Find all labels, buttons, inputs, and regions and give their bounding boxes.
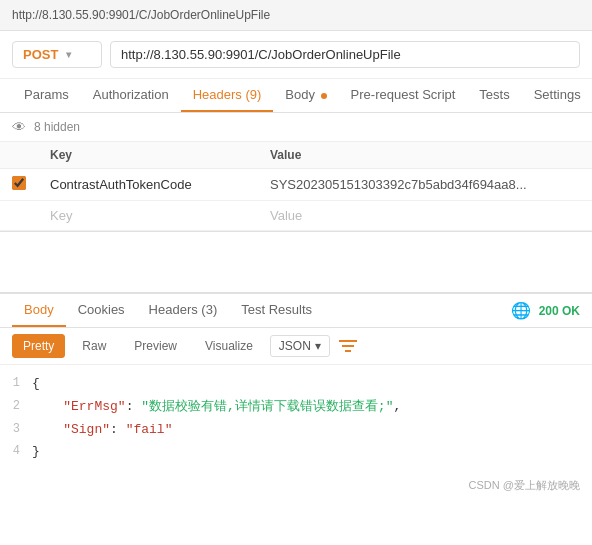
method-label: POST <box>23 47 58 62</box>
line-num-1: 1 <box>0 374 32 393</box>
tab-headers[interactable]: Headers (9) <box>181 79 274 112</box>
tab-prerequest[interactable]: Pre-request Script <box>339 79 468 112</box>
row-value: SYS202305151303392c7b5abd34f694aa8... <box>258 169 566 201</box>
line-content-1: { <box>32 374 592 395</box>
tab-settings[interactable]: Settings <box>522 79 592 112</box>
col-checkbox <box>0 142 38 169</box>
format-visualize-button[interactable]: Visualize <box>194 334 264 358</box>
request-row: POST ▾ <box>0 31 592 79</box>
code-line-2: 2 "ErrMsg": "数据校验有错,详情请下载错误数据查看;", <box>0 396 592 419</box>
json-chevron: ▾ <box>315 339 321 353</box>
tab-params[interactable]: Params <box>12 79 81 112</box>
line-num-4: 4 <box>0 442 32 461</box>
new-row-actions <box>566 201 592 231</box>
col-key: Key <box>38 142 258 169</box>
line-content-3: "Sign": "fail" <box>32 420 592 441</box>
response-tab-testresults[interactable]: Test Results <box>229 294 324 327</box>
response-tab-body[interactable]: Body <box>12 294 66 327</box>
hidden-count: 8 hidden <box>34 120 80 134</box>
eye-icon: 👁 <box>12 119 26 135</box>
format-preview-button[interactable]: Preview <box>123 334 188 358</box>
response-tabs-left: Body Cookies Headers (3) Test Results <box>12 294 324 327</box>
tab-tests[interactable]: Tests <box>467 79 521 112</box>
format-json-select[interactable]: JSON ▾ <box>270 335 330 357</box>
method-select[interactable]: POST ▾ <box>12 41 102 68</box>
row-key: ContrastAuthTokenCode <box>38 169 258 201</box>
response-tab-headers[interactable]: Headers (3) <box>137 294 230 327</box>
headers-subbar: 👁 8 hidden <box>0 113 592 142</box>
col-action <box>566 142 592 169</box>
new-row: Key Value <box>0 201 592 231</box>
new-row-checkbox-cell <box>0 201 38 231</box>
method-chevron: ▾ <box>66 49 71 60</box>
response-nav-tabs: Body Cookies Headers (3) Test Results 🌐 … <box>0 294 592 328</box>
col-value: Value <box>258 142 566 169</box>
request-section: POST ▾ Params Authorization Headers (9) … <box>0 31 592 232</box>
row-checkbox[interactable] <box>12 176 26 190</box>
response-tab-cookies[interactable]: Cookies <box>66 294 137 327</box>
request-nav-tabs: Params Authorization Headers (9) Body Pr… <box>0 79 592 113</box>
json-label: JSON <box>279 339 311 353</box>
row-actions <box>566 169 592 201</box>
top-url-bar: http://8.130.55.90:9901/C/JobOrderOnline… <box>0 0 592 31</box>
code-line-1: 1 { <box>0 373 592 396</box>
tab-body[interactable]: Body <box>273 79 338 112</box>
url-input[interactable] <box>110 41 580 68</box>
code-line-3: 3 "Sign": "fail" <box>0 419 592 442</box>
top-url-text: http://8.130.55.90:9901/C/JobOrderOnline… <box>12 8 270 22</box>
line-content-4: } <box>32 442 592 463</box>
tab-authorization[interactable]: Authorization <box>81 79 181 112</box>
row-checkbox-cell[interactable] <box>0 169 38 201</box>
line-num-2: 2 <box>0 397 32 416</box>
response-section: Body Cookies Headers (3) Test Results 🌐 … <box>0 292 592 472</box>
status-badge: 200 OK <box>539 304 580 318</box>
code-line-4: 4 } <box>0 441 592 464</box>
line-content-2: "ErrMsg": "数据校验有错,详情请下载错误数据查看;", <box>32 397 592 418</box>
response-tabs-right: 🌐 200 OK <box>511 301 580 320</box>
format-toolbar: Pretty Raw Preview Visualize JSON ▾ <box>0 328 592 365</box>
spacer <box>0 232 592 292</box>
code-area: 1 { 2 "ErrMsg": "数据校验有错,详情请下载错误数据查看;", 3… <box>0 365 592 472</box>
watermark: CSDN @爱上解放晚晚 <box>0 472 592 497</box>
globe-icon[interactable]: 🌐 <box>511 301 531 320</box>
headers-table: Key Value ContrastAuthTokenCode SYS20230… <box>0 142 592 231</box>
new-row-key[interactable]: Key <box>38 201 258 231</box>
new-row-value[interactable]: Value <box>258 201 566 231</box>
line-num-3: 3 <box>0 420 32 439</box>
body-dot <box>321 93 327 99</box>
format-pretty-button[interactable]: Pretty <box>12 334 65 358</box>
filter-icon[interactable] <box>336 334 360 358</box>
table-row: ContrastAuthTokenCode SYS202305151303392… <box>0 169 592 201</box>
format-raw-button[interactable]: Raw <box>71 334 117 358</box>
